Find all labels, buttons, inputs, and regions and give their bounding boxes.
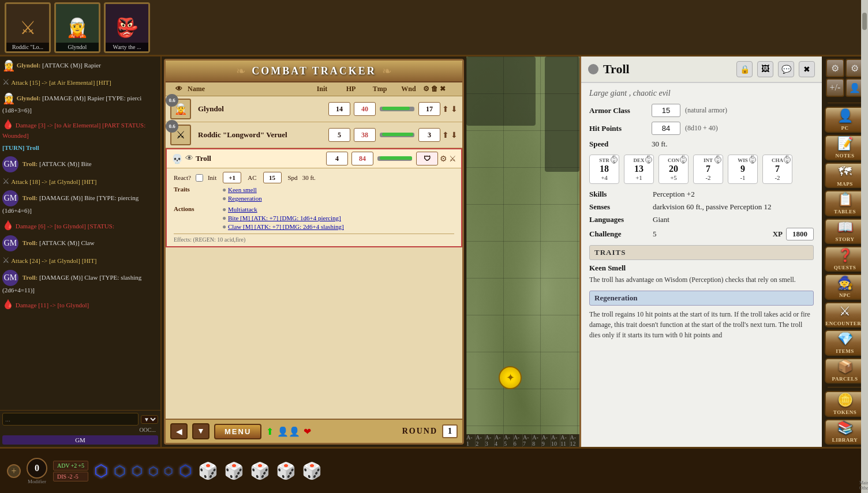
ac-label: AC [248,174,256,181]
sidebar-btn-encounters[interactable]: ⚔ ENCOUNTERS [825,302,865,328]
move-down-icon[interactable]: ⬇ [451,104,458,114]
die-d10[interactable]: ⬡ [132,464,143,479]
sidebar-label-parcels: PARCELS [832,376,858,382]
sidebar-btn-quests[interactable]: ❓ QUESTS [825,246,865,272]
chat-icon-btn[interactable]: 💬 [778,61,794,77]
round-num[interactable]: 1 [442,424,458,438]
str-cs-btn[interactable]: C S [611,156,618,163]
sidebar-btn-tables[interactable]: 📋 TABLES [825,190,865,216]
wnd-troll[interactable]: 🛡 [416,152,438,165]
config-icon[interactable]: ⚙ [440,154,447,164]
settings-btn-1[interactable]: ⚙ [826,59,844,77]
char-name-warty: Warty the ... [106,43,148,51]
sidebar-btn-parcels[interactable]: 📦 PARCELS [825,358,865,383]
dex-cs-btn[interactable]: C S [645,156,652,163]
dis-label: DIS [57,473,66,480]
action-bite[interactable]: Bite [M] [ATK: +7] [DMG: 1d6+4 piercing] [228,214,341,221]
battle-map[interactable]: 17 +7 24 2 5 +4 11 🌪 Air Elemental 👹 Tro… [466,57,579,447]
die-d4[interactable]: ⬡ [179,462,192,480]
tracker-col-headers: 👁 Name Init HP Tmp Wnd ⚙ 🗑 ✖ [166,82,462,96]
attack-icon[interactable]: ⚔ [449,154,457,164]
hp-roddic[interactable]: 38 [354,128,376,142]
move-up-icon[interactable]: ⬆ [442,130,449,140]
ac-note: (natural armor) [685,106,727,115]
action-multiattack[interactable]: Multiattack [228,206,257,213]
nav-prev-btn[interactable]: ◀ [170,423,188,439]
wnd-glyndol[interactable]: 17 [418,102,440,116]
con-cs-btn[interactable]: C S [680,156,687,163]
sidebar-btn-story[interactable]: 📖 STORY [825,219,865,244]
init-troll[interactable]: 4 [326,152,348,165]
chat-entry: 🩸 Damage [11] -> [to Glyndol] [2,298,158,311]
sidebar-label-story: STORY [835,236,854,242]
sidebar-btn-items[interactable]: 💎 ITEMS [825,330,865,355]
blue-die-2[interactable]: 🎲 [224,461,244,480]
sidebar-label-encounters: ENCOUNTERS [825,321,865,326]
plus-minus-btn[interactable]: +/- [826,78,844,97]
armor-class-row: Armor Class (natural armor) [589,104,814,117]
speed-row: Speed 30 ft. [589,140,814,149]
blue-die-3[interactable]: 🎲 [250,461,270,480]
nav-down-btn[interactable]: ▼ [192,423,209,439]
ac-value[interactable] [652,104,680,117]
close-panel-btn[interactable]: ✖ [799,61,815,77]
sidebar-btn-npc[interactable]: 🧙 NPC [825,274,865,299]
chat-entry: GM Troll: [ATTACK (M)] Bite [2,156,158,172]
troll-panel-name: Troll [603,62,732,77]
lock-icon[interactable]: 🔒 [736,61,753,77]
modifier-value[interactable]: 0 [27,458,47,479]
combatant-row-glyndol: 🧝 0.6 Glyndol 14 40 17 ⬆ ⬇ [166,96,462,122]
int-cs-btn[interactable]: C S [714,156,721,163]
gold-coin-marker[interactable]: ✦ [499,366,522,389]
troll-ac-val[interactable]: 15 [263,172,282,183]
sidebar-btn-notes[interactable]: 📝 NOTES [825,135,865,160]
cha-cs-btn[interactable]: C S [784,156,791,163]
coord-bar: A-1 A-2 A-3 A-4 A-5 A-6 A-7 A-8 A-9 A-10… [466,434,579,447]
dis-btn[interactable]: DIS -2 -5 [53,472,88,481]
move-down-icon[interactable]: ⬇ [451,130,458,140]
react-checkbox[interactable] [196,174,203,182]
hp-glyndol[interactable]: 40 [354,102,376,116]
menu-button[interactable]: MENU [214,424,261,439]
die-d12[interactable]: ⬡ [114,463,126,479]
char-portrait-warty[interactable]: 👺 Warty the ... [104,2,150,53]
encounters-icon: ⚔ [839,304,851,319]
char-portrait-roddic[interactable]: ⚔ Roddic "Lo... [5,2,51,53]
wis-cs-btn[interactable]: C S [749,156,756,163]
hp-troll[interactable]: 84 [351,152,373,165]
trait-keen-smell[interactable]: Keen smell [228,186,257,193]
blue-die-4[interactable]: 🎲 [276,461,296,480]
user-icon: 👤 [849,82,860,93]
die-d6[interactable]: ⬡ [164,465,173,477]
trait-regeneration[interactable]: Regeneration [228,195,262,202]
die-d20[interactable]: ⬡ [94,461,108,480]
hp-value[interactable] [652,122,680,135]
init-roddic[interactable]: 5 [328,128,350,142]
combatant-thumb-roddic[interactable]: ⚔ 0.6 [170,125,191,145]
add-button[interactable]: + [7,464,21,478]
chat-input[interactable] [2,413,139,426]
move-up-icon[interactable]: ⬆ [442,104,449,114]
die-d8[interactable]: ⬡ [148,464,158,478]
sidebar-btn-tokens[interactable]: 🪙 TOKENS [825,391,865,416]
senses-label: Senses [589,202,653,212]
ability-wis: C S WIS 9 -1 [728,155,758,184]
action-claw[interactable]: Claw [M] [ATK: +7] [DMG: 2d6+4 slashing] [228,223,344,230]
char-portrait-glyndol[interactable]: 🧝 Glyndol [54,2,100,53]
portrait-icon[interactable]: 🖼 [757,61,773,77]
blue-die-5[interactable]: 🎲 [302,461,322,480]
wnd-roddic[interactable]: 3 [418,128,440,142]
init-glyndol[interactable]: 14 [328,102,350,116]
hit-points-row: Hit Points (8d10 + 40) [589,122,814,135]
col-wnd-header: Wnd [394,85,423,93]
troll-init-val[interactable]: +1 [223,172,241,183]
combatant-thumb-glyndol[interactable]: 🧝 0.6 [170,99,191,119]
combatant-row-roddic: ⚔ 0.6 Roddic "Longword" Veruel 5 38 3 ⬆ … [166,122,462,148]
adv-btn[interactable]: ADV +2 +5 [53,461,88,471]
sidebar-btn-pc[interactable]: 👤 PC [825,107,865,132]
sidebar-btn-maps[interactable]: 🗺 MAPS [825,163,865,188]
blue-die-1[interactable]: 🎲 [198,461,218,480]
eye-icon-troll[interactable]: 👁 [185,154,193,163]
sidebar-btn-library[interactable]: 📚 LIBRARY [825,419,865,445]
chat-dropdown[interactable]: ▼ [141,415,158,424]
